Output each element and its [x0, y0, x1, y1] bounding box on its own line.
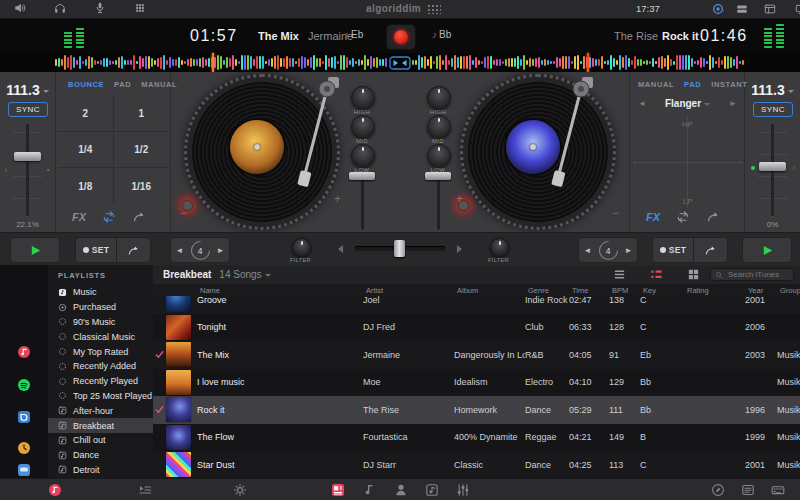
deck-b-play-button[interactable]: [742, 237, 792, 263]
pitch-bend-plus-b[interactable]: +: [456, 192, 463, 206]
column-header-year[interactable]: Year: [748, 286, 780, 295]
fx-mode-button[interactable]: FX: [72, 211, 86, 223]
sidebar-item-recently-played[interactable]: Recently Played: [48, 374, 153, 389]
mic-icon[interactable]: [94, 2, 106, 14]
table-row-star-dust[interactable]: Star DustDJ StarrClassicDance04:25113C20…: [153, 451, 800, 478]
column-header-album[interactable]: Album: [457, 286, 528, 295]
list-view-icon[interactable]: [613, 268, 626, 281]
sidebar-item-90-s-music[interactable]: 90's Music: [48, 315, 153, 330]
sidebar-item-breakbeat[interactable]: Breakbeat: [48, 418, 153, 433]
deck-b-filter-knob[interactable]: [490, 238, 509, 257]
loop-mode-icon[interactable]: [676, 210, 690, 224]
music-app-icon[interactable]: [48, 483, 62, 497]
sidebar-item-detroit[interactable]: Detroit: [48, 463, 153, 478]
browser-icon[interactable]: [764, 3, 776, 15]
column-header-key[interactable]: Key: [643, 286, 687, 295]
waveform-deck-a[interactable]: [55, 53, 388, 72]
deck-b-sync-button[interactable]: SYNC: [753, 102, 793, 117]
grid-icon[interactable]: [134, 2, 146, 14]
column-header-artist[interactable]: Artist: [366, 286, 457, 295]
fx-prev-icon[interactable]: ◄: [638, 99, 646, 108]
song-count[interactable]: 14 Songs: [219, 269, 270, 280]
explorer-icon[interactable]: [17, 463, 31, 477]
loop-decrease-icon[interactable]: ◄: [580, 238, 595, 262]
waveform-deck-b[interactable]: [412, 53, 745, 72]
sidebar-item-recently-added[interactable]: Recently Added: [48, 359, 153, 374]
display-icon[interactable]: [795, 3, 800, 15]
table-row-rock-it[interactable]: Rock itThe RiseHomeworkDance05:29111Bb19…: [153, 396, 800, 424]
deck-a-pitch-slider[interactable]: ♪ •: [0, 124, 55, 216]
pitch-slider-handle[interactable]: [14, 152, 41, 161]
albums-view-icon[interactable]: [425, 483, 439, 497]
tonearm-deck-b[interactable]: [544, 76, 596, 194]
bounce-pad-1[interactable]: 1: [114, 96, 170, 132]
deck-b-pitch-slider[interactable]: ♪: [745, 124, 800, 216]
pitch-bend-minus-a[interactable]: −: [180, 206, 187, 220]
sidebar-item-dance[interactable]: Dance: [48, 448, 153, 463]
pad-tab-pad[interactable]: PAD: [114, 80, 131, 89]
pitch-slider-handle[interactable]: [759, 162, 786, 171]
sidebar-item-top-25-most-played[interactable]: Top 25 Most Played: [48, 389, 153, 404]
deck-a-play-button[interactable]: [10, 237, 60, 263]
deck-b-bpm-display[interactable]: 111.3: [745, 82, 800, 98]
pad-tab-bounce[interactable]: BOUNCE: [68, 80, 104, 89]
headphones-icon[interactable]: [54, 2, 66, 14]
loop-increase-icon[interactable]: ►: [621, 238, 636, 262]
crossfade-right-icon[interactable]: [457, 245, 462, 253]
loop-decrease-icon[interactable]: ◄: [172, 238, 187, 262]
tonearm-deck-a[interactable]: [290, 76, 342, 194]
colored-list-view-icon[interactable]: [650, 268, 663, 281]
column-header-time[interactable]: Time: [572, 286, 612, 295]
cue-jump-icon[interactable]: [132, 210, 146, 224]
deck-a-loop-length[interactable]: 4: [187, 238, 213, 262]
fx-tab-pad[interactable]: PAD: [684, 80, 701, 89]
eq-low-knob-a[interactable]: [351, 144, 375, 168]
cue-jump-icon[interactable]: [706, 210, 720, 224]
deck-b-loop-length[interactable]: 4: [595, 238, 621, 262]
deck-a-set-cue-button[interactable]: SET: [76, 238, 116, 262]
fx-selected-name[interactable]: Flanger: [665, 98, 710, 109]
fx-xy-pad[interactable]: HP LP ‹ ›: [634, 116, 741, 208]
table-row-the-mix[interactable]: The MixJermaineDangerously In LoveR&B04:…: [153, 341, 800, 369]
table-row-i-love-music[interactable]: I love musicMoeIdealismElectro04:10129Bb…: [153, 369, 800, 397]
crossfader-handle[interactable]: [394, 240, 405, 257]
beatport-icon[interactable]: [17, 410, 31, 424]
eq-mid-knob-a[interactable]: [351, 115, 375, 139]
crossfade-left-icon[interactable]: [338, 245, 343, 253]
bounce-pad-1-16[interactable]: 1/16: [114, 168, 170, 204]
pitch-bend-plus-a[interactable]: +: [334, 192, 341, 206]
mixer-view-icon[interactable]: [456, 483, 470, 497]
sidebar-item-music[interactable]: Music: [48, 285, 153, 300]
loop-increase-icon[interactable]: ►: [213, 238, 228, 262]
eq-high-knob-a[interactable]: [351, 86, 375, 110]
search-field[interactable]: [710, 268, 794, 281]
fx-next-icon[interactable]: ►: [729, 99, 737, 108]
bounce-pad-1-8[interactable]: 1/8: [58, 168, 114, 204]
queue-icon[interactable]: [138, 483, 152, 497]
bounce-pad-1-4[interactable]: 1/4: [58, 132, 114, 168]
bounce-pad-1-2[interactable]: 1/2: [114, 132, 170, 168]
column-header-genre[interactable]: Genre: [528, 286, 572, 295]
grid-view-icon[interactable]: [687, 268, 700, 281]
loop-mode-icon[interactable]: [102, 210, 116, 224]
music-app-icon[interactable]: [17, 345, 31, 359]
pitch-bend-minus-b[interactable]: −: [612, 206, 619, 220]
details-icon[interactable]: [741, 483, 755, 497]
speaker-icon[interactable]: [14, 2, 26, 14]
crossfade-automix-icon[interactable]: [389, 56, 411, 70]
column-header-rating[interactable]: Rating: [687, 286, 748, 295]
search-input[interactable]: [726, 269, 796, 280]
deck-a-bpm-display[interactable]: 111.3: [0, 82, 55, 98]
sidebar-item-chill-out[interactable]: Chill out: [48, 433, 153, 448]
table-row-tonight[interactable]: TonightDJ FredClub06:33128C2006: [153, 314, 800, 342]
table-row-groove[interactable]: GrooveJoelIndie Rock02:47138C2001: [153, 296, 800, 314]
record-menu-icon[interactable]: [712, 3, 724, 15]
record-button[interactable]: [386, 24, 416, 50]
automix-icon[interactable]: [711, 483, 725, 497]
sidebar-item-classical-music[interactable]: Classical Music: [48, 329, 153, 344]
volume-fader-track-a[interactable]: [361, 172, 364, 230]
column-header-name[interactable]: Name: [200, 286, 366, 295]
sidebar-item-my-top-rated[interactable]: My Top Rated: [48, 344, 153, 359]
fx-mode-button[interactable]: FX: [646, 211, 660, 223]
spotify-icon[interactable]: [17, 378, 31, 392]
